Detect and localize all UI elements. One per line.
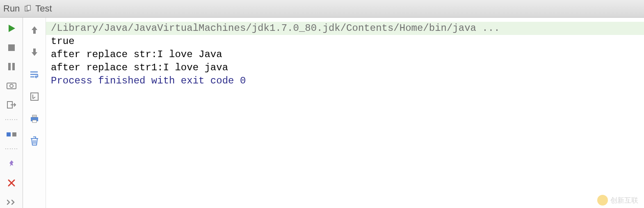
run-config-name: Test: [35, 3, 52, 14]
output-line: true: [46, 35, 644, 48]
pin-button[interactable]: [4, 158, 19, 170]
toolbar-separator: [5, 119, 18, 120]
svg-rect-3: [8, 44, 15, 51]
run-panel-body: /Library/Java/JavaVirtualMachines/jdk1.7…: [0, 18, 644, 208]
command-line: /Library/Java/JavaVirtualMachines/jdk1.7…: [46, 22, 644, 35]
expand-button[interactable]: [4, 196, 19, 208]
run-panel-header: Run Test: [0, 0, 644, 18]
close-button[interactable]: [4, 177, 19, 189]
scroll-to-end-button[interactable]: [27, 89, 42, 104]
print-button[interactable]: [27, 111, 42, 126]
exit-code-line: Process finished with exit code 0: [46, 74, 644, 88]
dump-threads-button[interactable]: [4, 80, 19, 92]
scroll-down-button[interactable]: [27, 45, 42, 60]
run-label: Run: [3, 3, 20, 14]
layout-button[interactable]: [4, 129, 19, 141]
svg-rect-13: [32, 115, 37, 117]
exit-button[interactable]: [4, 99, 19, 111]
svg-marker-2: [9, 25, 15, 32]
rerun-button[interactable]: [4, 23, 19, 35]
svg-point-7: [10, 84, 13, 88]
toolbar-separator: [5, 148, 18, 150]
console-output[interactable]: /Library/Java/JavaVirtualMachines/jdk1.7…: [46, 18, 644, 208]
stop-button[interactable]: [4, 42, 19, 54]
svg-rect-10: [12, 132, 16, 136]
watermark-logo-icon: [597, 195, 608, 206]
scroll-up-button[interactable]: [27, 23, 42, 37]
watermark-text: 创新互联: [610, 196, 638, 205]
clear-all-button[interactable]: [27, 134, 42, 148]
svg-rect-14: [32, 120, 37, 122]
svg-rect-9: [7, 132, 11, 136]
svg-rect-4: [8, 63, 11, 70]
svg-rect-1: [27, 5, 30, 10]
pause-button[interactable]: [4, 61, 19, 73]
svg-rect-5: [12, 63, 15, 70]
output-line: after replace str:I love Java: [46, 48, 644, 61]
run-config-icon: [24, 4, 33, 13]
primary-toolbar: [0, 18, 23, 208]
svg-rect-11: [31, 93, 38, 100]
output-line: after replace str1:I love java: [46, 61, 644, 74]
watermark: 创新互联: [597, 195, 638, 206]
soft-wrap-button[interactable]: [27, 67, 42, 82]
console-toolbar: [23, 18, 46, 208]
